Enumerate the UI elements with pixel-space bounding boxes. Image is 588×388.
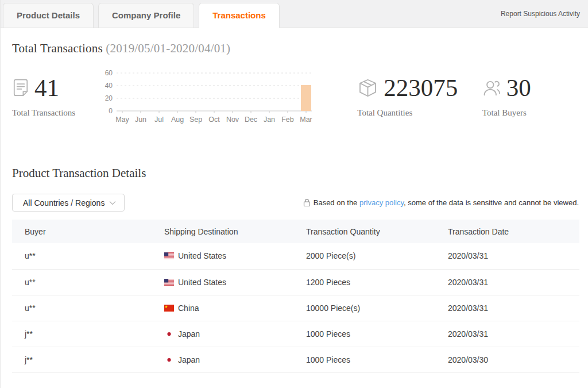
svg-text:Jan: Jan [264, 116, 275, 124]
buyer-cell: u** [12, 243, 152, 269]
lock-icon [303, 198, 311, 207]
table-row: u** United States 2000 Piece(s) 2020/03/… [12, 243, 579, 269]
buyer-cell: u** [12, 269, 152, 295]
privacy-note: Based on the privacy policy, some of the… [303, 198, 579, 207]
svg-text:0: 0 [109, 107, 113, 115]
table-row: j** Japan 1000 Pieces 2020/03/30 [12, 347, 579, 372]
privacy-note-prefix: Based on the [314, 198, 359, 207]
svg-text:Aug: Aug [171, 116, 184, 124]
quantity-cell: 1000 Pieces [293, 321, 435, 347]
svg-text:20: 20 [105, 94, 113, 102]
country-filter-dropdown[interactable]: All Countries / Regions [12, 194, 125, 212]
transactions-table: Buyer Shipping Destination Transaction Q… [12, 220, 579, 373]
transactions-page: Product Details Company Profile Transact… [0, 0, 588, 388]
stat-total-transactions: 41 Total Transactions [12, 62, 102, 118]
tab-product-details[interactable]: Product Details [3, 3, 94, 28]
total-transactions-title: Total Transactions (2019/05/01-2020/04/0… [12, 41, 579, 56]
tab-bar: Product Details Company Profile Transact… [1, 0, 588, 28]
stat-total-quantities: 223075 Total Quantities [357, 62, 482, 118]
destination-label: United States [178, 251, 226, 260]
filter-row: All Countries / Regions Based on the pri… [12, 194, 579, 212]
document-icon [12, 78, 29, 98]
tab-company-profile[interactable]: Company Profile [98, 3, 194, 28]
table-row: u** China 10000 Piece(s) 2020/03/31 [12, 295, 579, 321]
destination-cell: Japan [152, 347, 293, 372]
quantity-cell: 10000 Piece(s) [293, 295, 435, 321]
destination-label: United States [178, 278, 226, 287]
date-cell: 2020/03/31 [435, 243, 579, 269]
tab-transactions[interactable]: Transactions [199, 3, 280, 28]
buyer-cell: j** [12, 347, 152, 372]
quantity-cell: 1200 Pieces [293, 269, 435, 295]
destination-label: Japan [178, 355, 200, 364]
table-row: j** Japan 1000 Pieces 2020/03/31 [12, 321, 579, 347]
svg-text:Nov: Nov [226, 116, 239, 124]
date-cell: 2020/03/31 [435, 295, 579, 321]
destination-cell: China [152, 295, 293, 321]
buyer-cell: u** [12, 295, 152, 321]
stats-row: 41 Total Transactions 6040200MayJunJulAu… [12, 62, 579, 142]
total-buyers-label: Total Buyers [482, 108, 579, 118]
product-transaction-details-title: Product Transaction Details [12, 166, 579, 180]
column-shipping-destination: Shipping Destination [152, 220, 293, 243]
total-quantities-value: 223075 [384, 75, 458, 100]
date-cell: 2020/03/31 [435, 269, 579, 295]
svg-text:Dec: Dec [245, 116, 257, 124]
flag-jp-icon [164, 331, 174, 337]
total-quantities-label: Total Quantities [357, 108, 482, 118]
buyer-cell: j** [12, 321, 152, 347]
package-icon [357, 78, 378, 98]
content-area: Total Transactions (2019/05/01-2020/04/0… [1, 41, 588, 373]
privacy-note-suffix: , some of the data is sensitive and cann… [404, 198, 579, 207]
destination-label: Japan [178, 329, 200, 339]
total-transactions-label: Total Transactions [12, 108, 102, 118]
report-suspicious-activity-link[interactable]: Report Suspicious Activity [501, 10, 588, 18]
column-buyer: Buyer [12, 220, 152, 243]
flag-us-icon [164, 252, 174, 259]
country-filter-value: All Countries / Regions [23, 198, 105, 208]
destination-cell: Japan [152, 321, 293, 347]
flag-jp-icon [164, 356, 174, 363]
column-transaction-quantity: Transaction Quantity [293, 220, 435, 243]
svg-text:Sep: Sep [189, 116, 202, 124]
column-transaction-date: Transaction Date [435, 220, 579, 243]
destination-cell: United States [152, 243, 293, 269]
svg-text:May: May [115, 116, 129, 124]
destination-label: China [178, 304, 199, 313]
table-header-row: Buyer Shipping Destination Transaction Q… [12, 220, 579, 243]
date-range: (2019/05/01-2020/04/01) [106, 41, 230, 55]
transactions-tbody: u** United States 2000 Piece(s) 2020/03/… [12, 243, 579, 372]
transactions-chart: 6040200MayJunJulAugSepOctNovDecJanFebMar [102, 63, 315, 127]
svg-text:Feb: Feb [281, 116, 294, 124]
total-buyers-value: 30 [506, 75, 531, 100]
flag-us-icon [164, 279, 174, 286]
total-transactions-value: 41 [34, 75, 59, 100]
table-row: u** United States 1200 Pieces 2020/03/31 [12, 269, 579, 295]
svg-text:Oct: Oct [209, 116, 220, 124]
quantity-cell: 2000 Piece(s) [293, 243, 435, 269]
transactions-chart-wrap: 6040200MayJunJulAugSepOctNovDecJanFebMar [102, 63, 315, 129]
destination-cell: United States [152, 269, 293, 295]
privacy-policy-link[interactable]: privacy policy [359, 198, 404, 207]
buyers-icon [482, 78, 501, 98]
date-cell: 2020/03/31 [435, 321, 579, 347]
flag-cn-icon [164, 305, 174, 312]
date-cell: 2020/03/30 [435, 347, 579, 372]
svg-text:Jun: Jun [135, 116, 146, 124]
stat-total-buyers: 30 Total Buyers [482, 62, 579, 118]
chevron-down-icon [109, 201, 116, 205]
svg-text:60: 60 [105, 69, 113, 77]
quantity-cell: 1000 Pieces [293, 347, 435, 372]
svg-text:Jul: Jul [154, 116, 164, 124]
svg-text:40: 40 [105, 82, 113, 90]
total-transactions-title-text: Total Transactions [12, 41, 103, 55]
svg-text:Mar: Mar [300, 116, 313, 124]
